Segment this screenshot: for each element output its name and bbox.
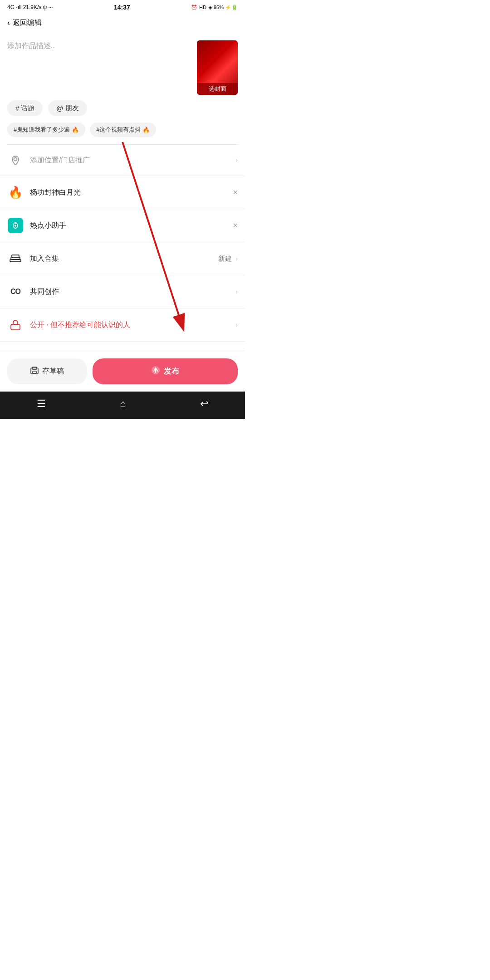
- description-input[interactable]: 添加作品描述..: [7, 40, 191, 95]
- back-arrow-icon: ‹: [7, 18, 10, 28]
- privacy-chevron: ›: [235, 321, 238, 329]
- back-label: 返回编辑: [13, 18, 42, 28]
- save-label: 存草稿: [42, 367, 64, 376]
- battery-text: 95% ⚡🔋: [214, 5, 238, 10]
- hashtag-chip-1[interactable]: #鬼知道我看了多少遍 🔥: [7, 122, 85, 137]
- location-label: 添加位置/门店推广: [30, 156, 235, 165]
- hot-topic-row[interactable]: 🔥 杨功封神白月光 ×: [0, 176, 245, 209]
- cocreate-label: 共同创作: [30, 287, 235, 297]
- cover-label: 选封面: [197, 83, 238, 95]
- tag-buttons-row: # 话题 @ 朋友: [0, 100, 245, 122]
- hashtag-chip-text-2: #这个视频有点抖: [96, 126, 141, 134]
- time-display: 14:37: [114, 4, 130, 11]
- cocreate-row[interactable]: CO 共同创作 ›: [0, 275, 245, 309]
- flame-icon: 🔥: [7, 184, 24, 201]
- status-right: ⏰ HD ◈ 95% ⚡🔋: [191, 5, 238, 10]
- hot-assistant-row[interactable]: 热点小助手 ×: [0, 209, 245, 242]
- spacer: [0, 342, 245, 351]
- collection-label: 加入合集: [30, 254, 218, 264]
- publish-button[interactable]: 发布: [93, 358, 238, 384]
- location-row[interactable]: 添加位置/门店推广 ›: [0, 145, 245, 176]
- collection-new-text: 新建: [218, 255, 232, 263]
- publish-label: 发布: [164, 366, 179, 377]
- hot-assistant-close[interactable]: ×: [233, 221, 238, 230]
- description-area: 添加作品描述.. 选封面: [0, 33, 245, 100]
- header: ‹ 返回编辑: [0, 13, 245, 33]
- cover-thumbnail[interactable]: 选封面: [197, 40, 238, 95]
- collection-icon: [7, 250, 24, 267]
- signal-text: 4G ·ıll 21.9K/s ψ ···: [7, 4, 53, 10]
- menu-icon[interactable]: ☰: [37, 398, 46, 410]
- status-bar: 4G ·ıll 21.9K/s ψ ··· 14:37 ⏰ HD ◈ 95% ⚡…: [0, 0, 245, 13]
- hot-assistant-label: 热点小助手: [30, 221, 233, 230]
- hashtag-chip-2[interactable]: #这个视频有点抖 🔥: [90, 122, 156, 137]
- hashtag-label: 话题: [21, 104, 34, 113]
- system-nav-bar: ☰ ⌂ ↩: [0, 392, 245, 419]
- hashtag-button[interactable]: # 话题: [7, 100, 43, 116]
- hd-badge: HD: [199, 5, 206, 10]
- save-draft-button[interactable]: 存草稿: [7, 358, 87, 384]
- location-chevron: ›: [235, 156, 238, 164]
- svg-rect-4: [12, 255, 19, 257]
- mention-label: 朋友: [65, 104, 79, 113]
- hot-assistant-icon: [7, 217, 24, 234]
- svg-rect-5: [11, 324, 20, 330]
- save-icon: [30, 367, 39, 377]
- status-left: 4G ·ıll 21.9K/s ψ ···: [7, 4, 53, 10]
- home-icon[interactable]: ⌂: [120, 398, 126, 410]
- location-icon: [7, 152, 24, 168]
- privacy-icon: [7, 317, 24, 333]
- collection-right: 新建 ›: [218, 255, 238, 263]
- privacy-row[interactable]: 公开 · 但不推荐给可能认识的人 ›: [0, 309, 245, 342]
- privacy-label: 公开 · 但不推荐给可能认识的人: [30, 320, 235, 330]
- mention-button[interactable]: @ 朋友: [48, 100, 87, 116]
- mention-icon: @: [56, 104, 63, 112]
- bottom-bar: 存草稿 发布: [0, 351, 245, 392]
- fire-icon-1: 🔥: [72, 127, 79, 133]
- svg-point-0: [14, 158, 17, 161]
- co-text: CO: [10, 288, 20, 296]
- cocreate-icon: CO: [7, 284, 24, 300]
- back-button[interactable]: ‹ 返回编辑: [7, 18, 42, 28]
- description-placeholder: 添加作品描述..: [7, 42, 55, 49]
- hashtag-icon: #: [15, 104, 19, 112]
- cocreate-chevron: ›: [235, 288, 238, 296]
- hashtag-suggestions: #鬼知道我看了多少遍 🔥 #这个视频有点抖 🔥: [0, 122, 245, 144]
- fire-icon-2: 🔥: [142, 127, 150, 133]
- back-nav-icon[interactable]: ↩: [200, 398, 208, 410]
- hot-topic-close[interactable]: ×: [233, 188, 238, 197]
- hot-topic-label: 杨功封神白月光: [30, 188, 233, 197]
- hashtag-chip-text-1: #鬼知道我看了多少遍: [14, 126, 70, 134]
- wifi-icon: ◈: [208, 5, 212, 10]
- svg-point-1: [15, 225, 16, 227]
- svg-rect-10: [33, 371, 36, 373]
- publish-icon: [151, 366, 160, 377]
- alarm-icon: ⏰: [191, 5, 197, 10]
- teal-icon: [8, 218, 23, 233]
- collection-row[interactable]: 加入合集 新建 ›: [0, 242, 245, 275]
